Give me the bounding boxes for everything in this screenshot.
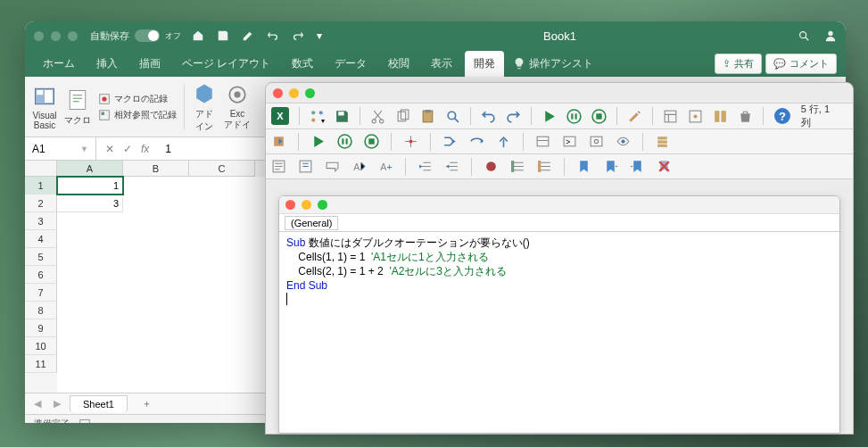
indent-icon[interactable] — [417, 159, 433, 174]
visual-basic-button[interactable]: Visual Basic — [32, 84, 57, 130]
toggle-icon[interactable] — [135, 29, 160, 42]
share-button[interactable]: ⇪共有 — [715, 54, 762, 74]
cut-icon[interactable] — [370, 109, 385, 124]
row-header[interactable]: 10 — [25, 337, 57, 355]
excel-addins-button[interactable]: Exc アドイ — [224, 82, 251, 131]
list-properties-icon[interactable] — [271, 159, 286, 174]
addins-button[interactable]: アド イン — [192, 81, 217, 133]
undo-icon[interactable] — [267, 29, 279, 42]
record-macro-button[interactable]: マクロの記録 — [98, 93, 177, 105]
tab-draw[interactable]: 描画 — [130, 51, 169, 77]
tab-formulas[interactable]: 数式 — [283, 51, 322, 77]
window-controls[interactable] — [34, 31, 78, 41]
column-header[interactable]: B — [123, 161, 189, 177]
row-header[interactable]: 6 — [25, 266, 57, 284]
undo-icon[interactable] — [481, 109, 496, 124]
properties-icon[interactable] — [688, 109, 703, 124]
call-stack-icon[interactable] — [655, 134, 670, 149]
tell-me[interactable]: 操作アシスト — [513, 56, 593, 71]
complete-word-icon[interactable]: A+ — [378, 159, 393, 174]
edit-icon[interactable] — [242, 29, 254, 42]
tab-developer[interactable]: 開発 — [465, 51, 504, 77]
list-constants-icon[interactable] — [298, 159, 313, 174]
add-sheet-button[interactable]: ＋ — [133, 397, 161, 410]
row-header[interactable]: 1 — [25, 177, 57, 195]
macros-button[interactable]: マクロ — [64, 87, 91, 127]
project-explorer-icon[interactable] — [663, 109, 678, 124]
redo-icon[interactable] — [292, 29, 304, 42]
save-icon[interactable] — [335, 109, 350, 124]
select-all-corner[interactable] — [25, 161, 57, 177]
close-icon[interactable] — [285, 200, 295, 210]
redo-icon[interactable] — [506, 109, 521, 124]
autosave-toggle[interactable]: 自動保存 オフ — [90, 29, 181, 43]
parameter-info-icon[interactable]: A — [351, 159, 367, 174]
home-icon[interactable] — [192, 29, 204, 42]
close-icon[interactable] — [273, 88, 283, 98]
code-editor[interactable]: Sub 数値にはダブルクオーテーションが要らない() Cells(1, 1) =… — [279, 232, 839, 312]
row-header[interactable]: 11 — [25, 355, 57, 373]
relative-ref-button[interactable]: 相対参照で記録 — [98, 109, 177, 121]
locals-icon[interactable] — [535, 134, 550, 149]
minimize-icon[interactable] — [51, 31, 61, 41]
quick-info-icon[interactable] — [325, 159, 340, 174]
close-icon[interactable] — [34, 31, 44, 41]
quick-watch-icon[interactable] — [616, 134, 631, 149]
enter-icon[interactable]: ✓ — [123, 143, 132, 155]
tab-prev-icon[interactable]: ◀ — [30, 398, 45, 410]
uncomment-block-icon[interactable] — [537, 159, 552, 174]
tab-data[interactable]: データ — [326, 51, 376, 77]
minimize-icon[interactable] — [302, 200, 311, 210]
breakpoint-toggle-icon[interactable] — [484, 159, 499, 174]
run-icon[interactable] — [310, 134, 326, 149]
column-header[interactable]: A — [57, 161, 123, 177]
outdent-icon[interactable] — [444, 159, 459, 174]
account-icon[interactable] — [824, 29, 837, 42]
search-icon[interactable] — [798, 29, 810, 42]
fx-icon[interactable]: fx — [141, 143, 149, 155]
run-icon[interactable] — [541, 109, 557, 124]
object-browser-icon[interactable] — [713, 109, 728, 124]
tab-insert[interactable]: 挿入 — [87, 51, 127, 77]
tab-review[interactable]: 校閲 — [379, 51, 418, 77]
accessibility-icon[interactable] — [79, 418, 91, 424]
immediate-icon[interactable]: > — [562, 134, 577, 149]
bookmark-prev-icon[interactable] — [630, 159, 645, 174]
object-combo[interactable]: (General) — [285, 216, 338, 230]
name-box[interactable]: A1▼ — [25, 137, 96, 160]
step-out-icon[interactable] — [496, 134, 511, 149]
comments-button[interactable]: 💬コメント — [765, 54, 837, 74]
cancel-icon[interactable]: ✕ — [105, 143, 114, 155]
compile-icon[interactable] — [271, 134, 286, 149]
row-header[interactable]: 5 — [25, 248, 57, 266]
comment-block-icon[interactable] — [510, 159, 525, 174]
pause-icon[interactable] — [566, 109, 582, 124]
save-icon[interactable] — [217, 29, 229, 42]
pause-icon[interactable] — [337, 134, 352, 149]
tab-page-layout[interactable]: ページ レイアウト — [173, 51, 279, 77]
row-header[interactable]: 8 — [25, 302, 57, 319]
zoom-icon[interactable] — [318, 200, 327, 210]
cell-a2[interactable]: 3 — [57, 195, 123, 212]
row-header[interactable]: 7 — [25, 284, 57, 302]
column-header[interactable]: C — [189, 161, 255, 177]
cell-a1[interactable]: 1 — [57, 177, 123, 195]
row-header[interactable]: 2 — [25, 195, 57, 212]
stop-icon[interactable] — [591, 109, 607, 124]
find-icon[interactable] — [445, 109, 460, 124]
bookmark-clear-icon[interactable] — [657, 159, 672, 174]
excel-icon[interactable]: X — [271, 107, 289, 125]
tab-view[interactable]: 表示 — [422, 51, 461, 77]
step-over-icon[interactable] — [469, 134, 484, 149]
watch-icon[interactable] — [589, 134, 604, 149]
paste-icon[interactable] — [420, 109, 435, 124]
row-header[interactable]: 4 — [25, 230, 57, 248]
zoom-icon[interactable] — [68, 31, 78, 41]
minimize-icon[interactable] — [289, 88, 299, 98]
chevron-down-icon[interactable]: ▼ — [80, 145, 88, 153]
step-into-icon[interactable] — [442, 134, 458, 149]
row-header[interactable]: 3 — [25, 212, 57, 230]
bookmark-next-icon[interactable] — [603, 159, 618, 174]
help-icon[interactable]: ? — [773, 107, 791, 125]
copy-icon[interactable] — [395, 109, 410, 124]
